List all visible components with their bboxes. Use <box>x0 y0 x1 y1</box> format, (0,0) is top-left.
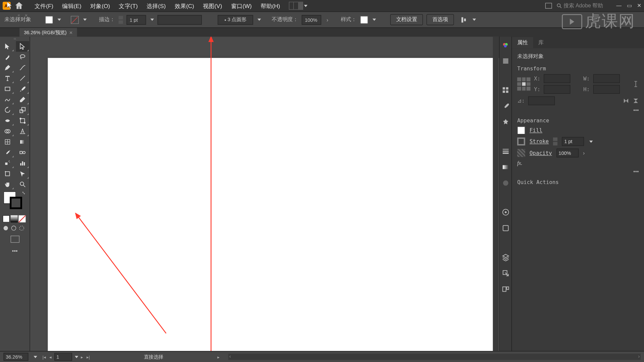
draw-inside-icon[interactable] <box>18 225 24 231</box>
slice-tool[interactable] <box>16 169 29 179</box>
chevron-down-icon[interactable] <box>589 140 593 143</box>
arrange-docs-icon[interactable] <box>545 3 552 9</box>
next-artboard-icon[interactable]: ▸ <box>80 354 84 359</box>
scrollbar-vertical[interactable] <box>493 37 499 351</box>
maximize-icon[interactable]: ▭ <box>627 3 632 9</box>
panel-more-options-icon[interactable]: ••• <box>517 169 639 175</box>
tab-properties[interactable]: 属性 <box>512 37 533 48</box>
artboard-number-input[interactable] <box>54 353 72 361</box>
menu-file[interactable]: 文件(F) <box>30 0 58 12</box>
x-input[interactable] <box>544 74 571 83</box>
chevron-down-icon[interactable] <box>304 5 308 7</box>
rotate-tool[interactable] <box>1 105 14 116</box>
preferences-button[interactable]: 首选项 <box>427 14 454 25</box>
edit-toolbar-button[interactable]: ••• <box>0 245 30 257</box>
blend-tool[interactable] <box>16 147 29 158</box>
panel-stroke-spinner[interactable] <box>553 137 557 146</box>
swap-fill-stroke-icon[interactable]: ⤡ <box>22 190 25 195</box>
menu-window[interactable]: 窗口(W) <box>226 0 256 12</box>
chevron-down-icon[interactable] <box>373 18 376 21</box>
width-tool[interactable] <box>1 115 14 126</box>
fx-button[interactable]: fx. <box>517 160 639 167</box>
none-mode-icon[interactable] <box>18 215 25 222</box>
draw-behind-icon[interactable] <box>11 225 17 231</box>
swatches-panel-icon[interactable] <box>501 86 509 94</box>
menu-edit[interactable]: 编辑(E) <box>58 0 86 12</box>
flip-vertical-icon[interactable] <box>633 98 639 104</box>
tab-library[interactable]: 库 <box>533 37 549 48</box>
direct-selection-tool[interactable] <box>16 41 29 52</box>
rectangle-tool[interactable] <box>1 83 14 94</box>
document-tab[interactable]: 36.26% (RGB/预览) × <box>19 28 77 37</box>
graph-tool[interactable] <box>16 158 29 169</box>
reference-point-selector[interactable] <box>517 77 531 91</box>
opacity-flyout-icon[interactable]: › <box>583 150 585 156</box>
asset-export-panel-icon[interactable] <box>501 269 509 277</box>
magic-wand-tool[interactable] <box>1 52 14 62</box>
eraser-tool[interactable] <box>16 94 29 105</box>
artboard[interactable] <box>48 58 499 351</box>
angle-input[interactable] <box>528 97 555 105</box>
chevron-down-icon[interactable] <box>74 356 78 358</box>
stroke-weight-input[interactable] <box>126 15 146 24</box>
chevron-down-icon[interactable] <box>34 356 37 358</box>
h-input[interactable] <box>593 85 620 94</box>
minimize-icon[interactable]: — <box>616 3 622 9</box>
curvature-tool[interactable] <box>16 62 29 73</box>
first-artboard-icon[interactable]: |◂ <box>42 354 47 359</box>
close-icon[interactable]: ✕ <box>637 3 641 9</box>
color-panel-icon[interactable] <box>501 41 509 49</box>
hand-tool[interactable] <box>1 179 14 190</box>
gradient-panel-icon[interactable] <box>501 163 509 171</box>
menu-object[interactable]: 对象(O) <box>86 0 114 12</box>
chevron-down-icon[interactable] <box>57 18 61 21</box>
canvas-area[interactable]: 下面我们来认识一下AI的操作界面，点击AI界面的【新建】一个画板， 在界面上方是… <box>30 37 499 351</box>
flip-horizontal-icon[interactable] <box>623 98 629 104</box>
workspace-switcher[interactable] <box>289 2 303 10</box>
lasso-tool[interactable] <box>16 52 29 62</box>
mesh-tool[interactable] <box>1 137 14 147</box>
menu-effect[interactable]: 效果(C) <box>170 0 198 12</box>
prev-artboard-icon[interactable]: ◂ <box>49 354 53 359</box>
draw-normal-icon[interactable] <box>3 225 9 231</box>
opacity-flyout-icon[interactable]: › <box>326 16 328 22</box>
menu-view[interactable]: 视图(V) <box>199 0 227 12</box>
constrain-proportions-icon[interactable] <box>633 79 639 89</box>
style-swatch[interactable] <box>360 16 368 24</box>
type-tool[interactable] <box>1 73 14 84</box>
line-tool[interactable] <box>16 73 29 84</box>
symbols-panel-icon[interactable] <box>501 118 509 126</box>
pen-tool[interactable] <box>1 62 14 73</box>
stroke-profile[interactable] <box>158 15 202 24</box>
last-artboard-icon[interactable]: ▸| <box>86 354 91 359</box>
stroke-weight-spinner[interactable] <box>118 15 123 24</box>
panel-more-options-icon[interactable]: ••• <box>517 107 639 113</box>
fill-swatch[interactable] <box>45 16 53 24</box>
stroke-panel-icon[interactable] <box>501 147 509 155</box>
free-transform-tool[interactable] <box>16 115 29 126</box>
y-input[interactable] <box>544 85 571 94</box>
artboard-tool[interactable] <box>1 169 14 179</box>
paintbrush-tool[interactable] <box>16 83 29 94</box>
transparency-panel-icon[interactable] <box>501 179 509 187</box>
w-input[interactable] <box>593 74 620 83</box>
gradient-tool[interactable] <box>16 137 29 147</box>
opacity-input[interactable] <box>302 15 321 24</box>
eyedropper-tool[interactable] <box>1 147 14 158</box>
zoom-level-input[interactable] <box>4 353 29 361</box>
shaper-tool[interactable] <box>1 94 14 105</box>
brush-definition[interactable]: 3 点圆形 <box>218 15 253 24</box>
selection-tool[interactable] <box>1 41 14 52</box>
chevron-down-icon[interactable] <box>83 18 87 21</box>
graphic-styles-panel-icon[interactable] <box>501 224 509 232</box>
gradient-mode-icon[interactable] <box>11 215 18 222</box>
align-icon[interactable] <box>460 16 468 24</box>
opacity-swatch[interactable] <box>517 149 525 157</box>
status-flyout-icon[interactable]: ▸ <box>216 354 220 359</box>
scale-tool[interactable] <box>16 105 29 116</box>
color-mode-icon[interactable] <box>3 215 10 222</box>
artboards-panel-icon[interactable] <box>501 285 509 293</box>
chevron-down-icon[interactable] <box>473 18 476 21</box>
stroke-swatch[interactable] <box>71 16 79 24</box>
perspective-grid-tool[interactable] <box>16 126 29 137</box>
